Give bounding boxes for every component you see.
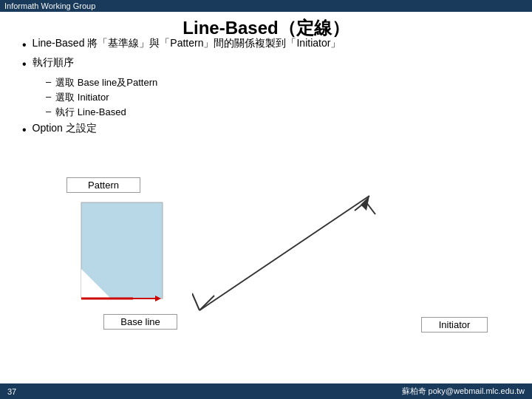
page-number: 37 (7, 387, 16, 396)
bullet-2: • 執行順序 (22, 56, 510, 72)
content-area: • Line-Based 將「基準線」與「Pattern」間的關係複製到「Ini… (22, 37, 510, 141)
bullet-2-text: 執行順序 (33, 56, 74, 69)
contact-info: 蘇柏奇 poky@webmail.mlc.edu.tw (402, 386, 525, 397)
baseline-label-box: Base line (103, 314, 177, 330)
bullet-3-text: Option 之設定 (33, 122, 97, 135)
page-title: Line-Based（定線） (0, 13, 532, 40)
diagonal-arrow (192, 174, 399, 324)
sub-item-1: – 選取 Base line及Pattern (46, 76, 510, 89)
bullet-1: • Line-Based 將「基準線」與「Pattern」間的關係複製到「Ini… (22, 37, 510, 53)
svg-line-8 (192, 293, 200, 310)
diagram-area: Pattern Base line (22, 170, 510, 362)
bullet-1-text: Line-Based 將「基準線」與「Pattern」間的關係複製到「Initi… (33, 37, 341, 50)
svg-line-5 (200, 196, 369, 310)
header-bar: Informath Working Group (0, 0, 532, 12)
sub-bullets: – 選取 Base line及Pattern – 選取 Initiator – … (46, 76, 510, 119)
initiator-label-box: Initiator (421, 317, 488, 332)
sub-item-2: – 選取 Initiator (46, 91, 510, 104)
svg-line-7 (200, 296, 214, 310)
org-label: Informath Working Group (4, 1, 95, 10)
sub-item-3: – 執行 Line-Based (46, 106, 510, 119)
arrow-svg (192, 174, 399, 321)
footer-bar: 37 蘇柏奇 poky@webmail.mlc.edu.tw (0, 383, 532, 399)
svg-line-9 (366, 202, 375, 214)
pattern-label-box: Pattern (66, 177, 140, 193)
bullet-3: • Option 之設定 (22, 122, 510, 138)
